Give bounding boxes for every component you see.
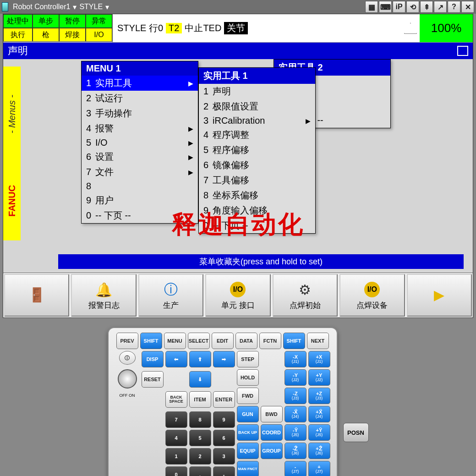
- arrow-right-key[interactable]: ➡: [213, 351, 235, 367]
- manfnct-key[interactable]: MAN FNCT: [237, 461, 259, 476]
- toolbar-btn-6[interactable]: ?: [448, 1, 460, 13]
- toolbar-btn-7[interactable]: ✕: [461, 1, 474, 13]
- menu-item[interactable]: 3手动操作: [82, 106, 198, 121]
- menu-item[interactable]: 3iRCalibration▶: [199, 114, 315, 127]
- step-key[interactable]: STEP: [237, 351, 259, 367]
- arrow-up-key[interactable]: ⬆: [189, 351, 211, 367]
- backup-key[interactable]: BACK UP: [237, 424, 259, 441]
- menu-item[interactable]: 7文件▶: [82, 164, 198, 180]
- coord-key[interactable]: COORD: [261, 424, 283, 441]
- hold-key[interactable]: HOLD: [237, 369, 259, 386]
- menu-item[interactable]: 9角度输入偏移: [199, 203, 315, 218]
- arrow-down-key[interactable]: ⬇: [189, 371, 211, 388]
- menu-item[interactable]: 4报警▶: [82, 121, 198, 136]
- num-4-key[interactable]: 4: [165, 430, 187, 446]
- fctn-key[interactable]: FCTN: [259, 333, 281, 349]
- fn-play[interactable]: ▶: [407, 274, 472, 317]
- jog-key[interactable]: -Y(J2): [285, 369, 306, 386]
- num-8-key[interactable]: 8: [189, 411, 211, 428]
- gun-key[interactable]: GUN: [237, 406, 259, 422]
- fn-production[interactable]: ⓘ生产: [138, 274, 203, 317]
- num-7-key[interactable]: 7: [165, 411, 187, 428]
- toolbar-btn-4[interactable]: ⇞: [420, 1, 433, 13]
- fn-alarm-log[interactable]: 🔔报警日志: [71, 274, 136, 317]
- num-6-key[interactable]: 6: [213, 430, 235, 446]
- item-key[interactable]: ITEM: [189, 391, 211, 408]
- menu-item[interactable]: 0-- 下页 --: [199, 218, 315, 233]
- jog-key[interactable]: +X̂(J4): [308, 406, 330, 422]
- menu-item[interactable]: 4程序调整: [199, 127, 315, 142]
- fwd-key[interactable]: FWD: [237, 388, 259, 404]
- jog-key[interactable]: -X̂(J4): [285, 406, 306, 422]
- window-icon[interactable]: [457, 46, 468, 56]
- io-icon: I/O: [362, 280, 382, 299]
- declaration-label: 声明: [8, 44, 28, 58]
- jog-key[interactable]: +X(J1): [308, 351, 330, 367]
- num-9-key[interactable]: 9: [213, 411, 235, 428]
- menu-item[interactable]: 2试运行: [82, 91, 198, 106]
- next-key[interactable]: NEXT: [307, 333, 329, 349]
- posn-side-button[interactable]: POSN: [343, 423, 369, 442]
- select-key[interactable]: SELECT: [188, 333, 210, 349]
- jog-key[interactable]: +Ŷ(J5): [308, 424, 330, 441]
- jog-key[interactable]: -(J7): [285, 461, 306, 476]
- edit-key[interactable]: EDIT: [212, 333, 234, 349]
- status-weld: 焊接: [59, 28, 86, 42]
- jog-key[interactable]: +Ẑ(J6): [308, 443, 330, 459]
- tp-screen: 处理中 单步 暂停 异常 执行 枪 焊接 I/O STYLE 行0 T2 中止T…: [3, 14, 473, 318]
- info-key[interactable]: ⓘ: [119, 351, 136, 365]
- toolbar-btn-5[interactable]: ↗: [434, 1, 447, 13]
- num---key[interactable]: -: [213, 466, 235, 476]
- shift-key[interactable]: SHIFT: [140, 333, 162, 349]
- fn-cell-if[interactable]: I/O单元 接口: [205, 274, 270, 317]
- menu-key[interactable]: MENU: [164, 333, 186, 349]
- bwd-key[interactable]: BWD: [261, 406, 283, 422]
- menu-util-1: 实用工具 1 1声明2极限值设置3iRCalibration▶4程序调整5程序偏…: [198, 67, 316, 234]
- data-key[interactable]: DATA: [235, 333, 257, 349]
- arrow-left-key[interactable]: ⬅: [165, 351, 187, 367]
- num-0-key[interactable]: 0: [165, 466, 187, 476]
- menu-item[interactable]: 5程序偏移: [199, 142, 315, 158]
- pendant-area: PREVSHIFTMENUSELECTEDITDATAFCTNSHIFTNEXT…: [0, 318, 476, 476]
- enter-key[interactable]: ENTER: [213, 391, 235, 408]
- toolbar-btn-3[interactable]: ⟲: [406, 1, 419, 13]
- reset-key[interactable]: RESET: [142, 371, 164, 388]
- menu-item[interactable]: 8坐标系偏移: [199, 188, 315, 203]
- menu-item[interactable]: 2极限值设置: [199, 99, 315, 114]
- menu-item[interactable]: 5I/O▶: [82, 136, 198, 149]
- fn-spot-init[interactable]: ⚙点焊初始: [273, 274, 338, 317]
- menu-item[interactable]: 6镜像偏移: [199, 158, 315, 173]
- menu-item[interactable]: 1声明: [199, 84, 315, 99]
- jog-key[interactable]: +Z(J3): [308, 388, 330, 404]
- jog-key[interactable]: -Ŷ(J5): [285, 424, 306, 441]
- toolbar-btn-1[interactable]: ⌨: [379, 1, 392, 13]
- num-.-key[interactable]: .: [189, 466, 211, 476]
- jog-key[interactable]: +(J7): [308, 461, 330, 476]
- toolbar-btn-0[interactable]: ▦: [365, 1, 378, 13]
- jog-key[interactable]: +Y(J2): [308, 369, 330, 386]
- fn-spot-equip[interactable]: I/O点焊设备: [339, 274, 405, 317]
- num-5-key[interactable]: 5: [189, 430, 211, 446]
- mode-dial[interactable]: [118, 369, 137, 388]
- num-3-key[interactable]: 3: [213, 448, 235, 465]
- jog-key[interactable]: -Ẑ(J6): [285, 443, 306, 459]
- menu-item[interactable]: 6设置▶: [82, 149, 198, 164]
- menu-item[interactable]: 0-- 下页 --: [82, 208, 198, 223]
- menu-item[interactable]: 9用户: [82, 193, 198, 208]
- toolbar-btn-2[interactable]: iP: [393, 1, 405, 13]
- equip-key[interactable]: EQUIP: [237, 443, 259, 459]
- num-2-key[interactable]: 2: [189, 448, 211, 465]
- backspace-key[interactable]: BACK SPACE: [165, 391, 187, 408]
- fn-f1[interactable]: 🚪: [4, 274, 69, 317]
- jog-key[interactable]: -X(J1): [285, 351, 306, 367]
- shift-key[interactable]: SHIFT: [283, 333, 305, 349]
- menu-item[interactable]: 7工具偏移: [199, 173, 315, 188]
- menu-item[interactable]: 8: [82, 180, 198, 193]
- prev-key[interactable]: PREV: [116, 333, 138, 349]
- disp-key[interactable]: DISP: [142, 351, 164, 367]
- jog-key[interactable]: -Z(J3): [285, 388, 306, 404]
- group-key[interactable]: GROUP: [261, 443, 283, 459]
- menu2-title: 实用工具 1: [199, 68, 315, 84]
- num-1-key[interactable]: 1: [165, 448, 187, 465]
- menu-item[interactable]: 1实用工具▶: [82, 76, 198, 91]
